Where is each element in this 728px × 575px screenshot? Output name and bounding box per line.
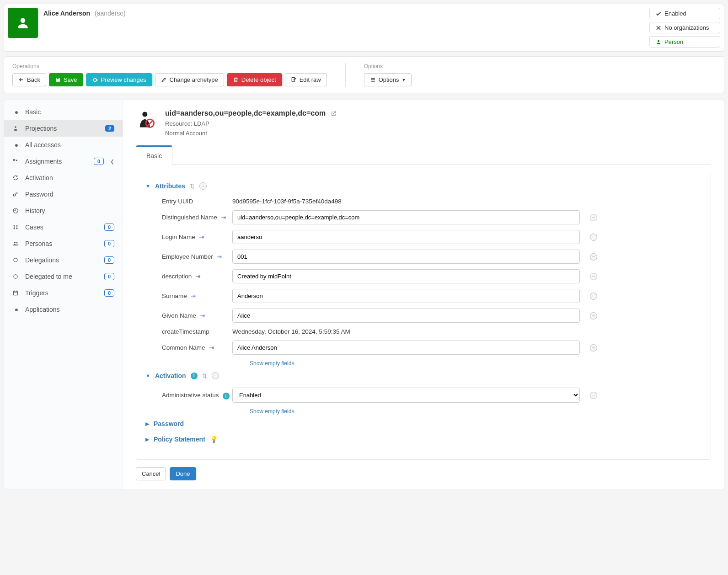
common-name-label: Common Name (162, 344, 205, 351)
assignments-count: 0 (94, 158, 104, 165)
operations-bar: Operations Back Save Preview changes Cha… (4, 56, 724, 93)
section-attributes-toggle[interactable]: ▼ Attributes ⇅ − (145, 180, 701, 195)
svg-point-7 (16, 242, 17, 244)
circle-outline-icon (12, 257, 21, 263)
remove-dn-button[interactable]: − (590, 214, 597, 221)
employee-number-label: Employee Number (162, 253, 213, 260)
caret-down-icon: ▼ (145, 183, 150, 189)
employee-number-input[interactable] (232, 250, 580, 264)
svg-point-6 (14, 242, 16, 244)
info-icon[interactable]: i (223, 393, 230, 399)
outbound-icon: ⇥ (195, 273, 200, 280)
back-button[interactable]: Back (12, 73, 46, 86)
cancel-button[interactable]: Cancel (136, 467, 166, 480)
remove-desc-button[interactable]: − (590, 273, 597, 280)
circle-icon: ● (12, 306, 21, 313)
remove-given-button[interactable]: − (590, 312, 597, 319)
section-policy-toggle[interactable]: ▶ Policy Statement 💡 (145, 433, 701, 448)
common-name-input[interactable] (232, 341, 580, 355)
info-icon[interactable]: i (191, 373, 198, 379)
projections-count: 2 (105, 125, 114, 132)
delete-object-button[interactable]: Delete object (227, 73, 282, 86)
no-organizations-badge[interactable]: No organizations (649, 22, 720, 33)
remove-admin-status-button[interactable]: − (590, 392, 597, 399)
save-button[interactable]: Save (49, 73, 83, 86)
projection-icon (136, 109, 158, 131)
circle-outline-icon (12, 273, 21, 280)
change-archetype-button[interactable]: Change archetype (155, 73, 224, 86)
surname-input[interactable] (232, 289, 580, 303)
person-archetype-badge[interactable]: Person (649, 36, 720, 48)
detail-sidebar: ●Basic Projections2 ●All accesses Assign… (4, 100, 123, 490)
sidebar-item-projections[interactable]: Projections2 (4, 120, 123, 137)
collapse-icon[interactable]: − (199, 182, 207, 190)
create-timestamp-value: Wednesday, October 16, 2024, 5:59:35 AM (232, 328, 350, 335)
sidebar-item-activation[interactable]: Activation (4, 170, 123, 186)
show-empty-attributes-link[interactable]: Show empty fields (145, 357, 701, 369)
svg-rect-10 (13, 291, 17, 295)
collapse-icon[interactable]: − (212, 372, 219, 379)
edit-raw-button[interactable]: Edit raw (285, 73, 327, 86)
sidebar-item-triggers[interactable]: Triggers0 (4, 285, 123, 301)
sidebar-item-assignments[interactable]: Assignments0❮ (4, 153, 123, 170)
given-name-input[interactable] (232, 309, 580, 323)
chevron-left-icon: ❮ (110, 159, 114, 165)
sort-icon[interactable]: ⇅ (190, 183, 195, 190)
edit-doc-icon (291, 77, 297, 83)
person-icon (655, 39, 662, 45)
user-login-id: (aanderso) (95, 10, 126, 17)
cases-count: 0 (104, 224, 114, 231)
description-input[interactable] (232, 269, 580, 283)
circle-icon: ● (12, 141, 21, 149)
edit-icon (161, 77, 167, 83)
options-dropdown-button[interactable]: Options ▼ (364, 73, 412, 86)
sidebar-item-basic[interactable]: ●Basic (4, 104, 123, 120)
personas-count: 0 (104, 240, 114, 247)
sidebar-item-all-accesses[interactable]: ●All accesses (4, 137, 123, 153)
menu-icon (370, 77, 376, 83)
dn-input[interactable] (232, 210, 580, 224)
sidebar-item-personas[interactable]: Personas0 (4, 235, 123, 252)
sidebar-item-applications[interactable]: ●Applications (4, 301, 123, 318)
preview-changes-button[interactable]: Preview changes (86, 73, 152, 86)
remove-surname-button[interactable]: − (590, 293, 597, 300)
calendar-icon (12, 290, 21, 296)
done-button[interactable]: Done (170, 467, 196, 480)
user-avatar-icon (8, 8, 38, 38)
operations-label: Operations (12, 63, 327, 69)
description-label: description (162, 273, 192, 280)
remove-emp-button[interactable]: − (590, 253, 597, 261)
login-input[interactable] (232, 230, 580, 244)
circle-icon: ● (12, 108, 21, 116)
user-header: Alice Anderson (aanderso) Enabled No org… (4, 4, 724, 52)
login-label: Login Name (162, 234, 195, 240)
key-icon (12, 191, 21, 197)
sidebar-item-history[interactable]: History (4, 202, 123, 219)
entry-uuid-value: 90d9595e-1fcf-103f-9f5a-735ef40da498 (232, 198, 342, 205)
account-type-label: Normal Account (165, 130, 337, 137)
section-password-toggle[interactable]: ▶ Password (145, 417, 701, 433)
section-activation-toggle[interactable]: ▼ Activation i ⇅ − (145, 369, 701, 385)
enabled-badge[interactable]: Enabled (649, 8, 720, 19)
outbound-icon: ⇥ (209, 344, 214, 351)
sidebar-item-password[interactable]: Password (4, 186, 123, 202)
svg-point-8 (14, 258, 17, 262)
admin-status-select[interactable]: Enabled (232, 388, 580, 403)
sidebar-item-cases[interactable]: Cases0 (4, 219, 123, 235)
assignment-icon (12, 158, 21, 165)
sidebar-item-delegations[interactable]: Delegations0 (4, 252, 123, 268)
outbound-icon: ⇥ (217, 253, 222, 260)
remove-login-button[interactable]: − (590, 234, 597, 241)
sidebar-item-delegated-to-me[interactable]: Delegated to me0 (4, 268, 123, 285)
show-empty-activation-link[interactable]: Show empty fields (145, 405, 701, 417)
given-name-label: Given Name (162, 312, 196, 319)
svg-rect-2 (292, 78, 295, 82)
external-link-icon[interactable] (330, 110, 337, 117)
remove-cn-button[interactable]: − (590, 344, 597, 351)
delegated-count: 0 (104, 273, 114, 280)
sort-icon[interactable]: ⇅ (202, 373, 207, 379)
tab-basic[interactable]: Basic (136, 145, 172, 165)
trash-icon (233, 77, 239, 83)
create-timestamp-label: createTimestamp (145, 328, 232, 335)
svg-point-11 (142, 112, 147, 117)
